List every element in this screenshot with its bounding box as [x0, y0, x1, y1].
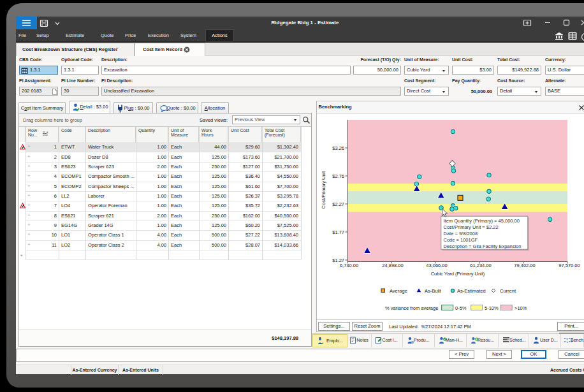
svg-text:24,898.00: 24,898.00: [382, 263, 403, 268]
svg-text:61,234.00: 61,234.00: [470, 263, 491, 268]
svg-text:Current: Current: [500, 288, 516, 294]
svg-text:6,730.00: 6,730.00: [340, 263, 358, 268]
svg-text:97,570.00: 97,570.00: [558, 263, 580, 268]
svg-text:79,402.00: 79,402.00: [514, 263, 535, 268]
svg-text:Item Quantity (Primary) = 45,0: Item Quantity (Primary) = 45,000.00: [444, 218, 520, 224]
svg-text:Description = Gila Facility Ex: Description = Gila Facility Expansion: [444, 243, 522, 249]
svg-text:$2.27: $2.27: [332, 201, 344, 207]
svg-text:Cost/Primary Unit: Cost/Primary Unit: [321, 171, 326, 209]
svg-text:$2.76: $2.76: [332, 173, 344, 179]
svg-text:Cost/Primary Unit = $2.22: Cost/Primary Unit = $2.22: [444, 224, 499, 230]
svg-text:43,066.00: 43,066.00: [426, 263, 447, 268]
svg-text:As-Estimated: As-Estimated: [457, 288, 486, 294]
svg-text:Date = 9/8/2008: Date = 9/8/2008: [444, 231, 478, 236]
svg-text:0-5%: 0-5%: [455, 305, 467, 311]
svg-text:Average: Average: [390, 288, 407, 294]
svg-text:$1.77: $1.77: [332, 229, 344, 235]
svg-text:>10%: >10%: [515, 305, 527, 311]
svg-text:Cubic Yard (Primary Unit): Cubic Yard (Primary Unit): [431, 271, 485, 277]
svg-text:Code = 1001GF: Code = 1001GF: [444, 237, 478, 243]
svg-text:$3.26: $3.26: [332, 145, 344, 151]
svg-text:5-10%: 5-10%: [485, 305, 499, 311]
svg-text:% variance from average: % variance from average: [385, 305, 438, 311]
svg-text:As-Built: As-Built: [425, 288, 442, 294]
